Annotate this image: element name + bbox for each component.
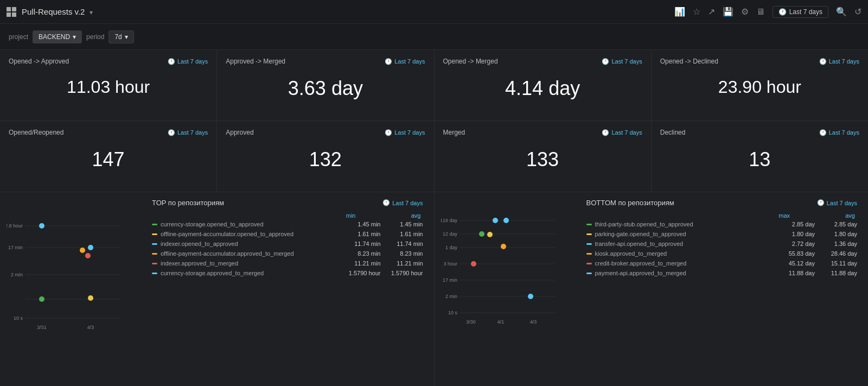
svg-text:2.8 hour: 2.8 hour [7,223,23,229]
row-label: third-party-stub.opened_to_approved [595,221,777,227]
refresh-icon[interactable]: ↺ [854,7,861,17]
share-icon[interactable]: ↗ [708,7,715,17]
bottom-time-label: Last 7 days [827,200,857,206]
svg-point-36 [479,231,484,237]
col-avg-bottom: avg [817,212,855,219]
svg-text:3/31: 3/31 [37,325,47,330]
row-val-2: 1.36 day [819,241,857,247]
top-chart-svg: 2.8 hour 17 min 2 min 10 s 3/31 4/3 [7,215,126,334]
row-val-2: 11.88 day [819,270,857,276]
grid-icon[interactable] [7,7,16,17]
table-row: credit-broker.approved_to_merged 45.12 d… [586,260,858,267]
app-title-arrow[interactable]: ▾ [90,9,93,16]
project-filter-btn[interactable]: BACKEND ▾ [33,30,82,43]
nav-right: 📊 ☆ ↗ 💾 ⚙ 🖥 🕐 Last 7 days 🔍 ↺ [674,6,861,18]
row-values: 11.74 min 11.74 min [343,241,423,247]
stat-card: Opened -> Approved 🕐 Last 7 days 11.03 h… [0,50,216,121]
row-values: 1.5790 hour 1.5790 hour [343,270,423,276]
row-val-2: 1.5790 hour [385,270,423,276]
svg-point-13 [80,248,85,253]
row-values: 11.88 day 11.88 day [777,270,857,276]
period-filter-btn[interactable]: 7d ▾ [108,30,133,43]
row-values: 55.83 day 28.46 day [777,250,857,257]
row-label: indexer.opened_to_approved [161,241,343,247]
row-val-1: 11.74 min [343,241,381,247]
star-icon[interactable]: ☆ [693,7,700,17]
search-icon[interactable]: 🔍 [836,7,847,17]
row-color-indicator [152,243,157,245]
chart-add-icon[interactable]: 📊 [674,7,685,17]
app-title-text: Pull-Requests v.2 [22,7,85,16]
bottom-table-cols: max avg [586,212,858,219]
row-val-1: 55.83 day [777,250,815,257]
filter-bar: project BACKEND ▾ period 7d ▾ [0,24,868,50]
row-label: offline-payment-accumulator.approved_to_… [161,250,343,257]
top-panel: 2.8 hour 17 min 2 min 10 s 3/31 4/3 TOP … [0,192,434,386]
table-row: kiosk.approved_to_merged 55.83 day 28.46… [586,250,858,257]
row-val-2: 11.21 min [385,260,423,267]
nav-left: Pull-Requests v.2 ▾ [7,7,93,17]
row-val-2: 15.11 day [819,260,857,267]
row-color-indicator [586,224,592,225]
monitor-icon[interactable]: 🖥 [756,7,765,17]
row-color-indicator [152,263,157,264]
stat-card-title: Opened -> Merged [443,58,498,65]
row-color-indicator [152,253,157,255]
time-badge-label: Last 7 days [789,8,822,16]
stat-clock-icon: 🕐 [602,129,609,136]
bottom-table-time: 🕐 Last 7 days [817,199,857,206]
save-icon[interactable]: 💾 [723,7,733,17]
settings-icon[interactable]: ⚙ [741,7,749,17]
top-table-header: TOP по репозиториям 🕐 Last 7 days [152,199,423,207]
row-color-indicator [586,253,592,255]
stat-card-title: Approved [226,129,253,136]
row-val-1: 11.88 day [777,270,815,276]
row-color-indicator [586,233,592,235]
row-color-indicator [586,243,592,245]
stat-card: Opened/Reopened 🕐 Last 7 days 147 [0,121,216,192]
svg-point-34 [493,218,498,223]
svg-text:1 day: 1 day [445,245,457,250]
stat-card-time: 🕐 Last 7 days [819,58,859,65]
time-badge[interactable]: 🕐 Last 7 days [773,6,828,18]
stat-card-header: Opened -> Approved 🕐 Last 7 days [9,58,208,65]
stat-card-header: Opened -> Declined 🕐 Last 7 days [660,58,859,65]
bottom-panel: 116 day 12 day 1 day 3 hour 17 min 2 min… [435,192,869,386]
top-chart-area: 2.8 hour 17 min 2 min 10 s 3/31 4/3 [7,199,148,380]
stats-row-2: Opened/Reopened 🕐 Last 7 days 147 Approv… [0,121,868,192]
stat-card-header: Declined 🕐 Last 7 days [660,129,859,136]
stat-clock-icon: 🕐 [168,58,175,65]
svg-text:116 day: 116 day [441,218,457,223]
svg-point-14 [85,253,91,258]
stat-card: Opened -> Declined 🕐 Last 7 days 23.90 h… [652,50,868,121]
stat-clock-icon: 🕐 [385,58,392,65]
row-label: payment-api.approved_to_merged [595,270,777,276]
svg-text:3 hour: 3 hour [443,261,457,267]
stat-card-header: Merged 🕐 Last 7 days [443,129,642,136]
row-val-1: 8.23 min [343,250,381,257]
row-val-1: 1.61 min [343,231,381,237]
stat-card-header: Approved -> Merged 🕐 Last 7 days [226,58,425,65]
top-time-label: Last 7 days [392,200,423,206]
row-color-indicator [586,273,592,274]
col-min: min [318,212,356,219]
stat-card-value: 23.90 hour [660,72,859,97]
row-color-indicator [152,224,157,225]
stat-card-header: Opened -> Merged 🕐 Last 7 days [443,58,642,65]
stat-clock-icon: 🕐 [819,58,827,65]
stat-card-time: 🕐 Last 7 days [819,129,859,136]
row-values: 1.80 day 1.80 day [777,231,857,237]
row-val-2: 1.61 min [385,231,423,237]
row-color-indicator [586,263,592,264]
top-table-area: TOP по репозиториям 🕐 Last 7 days min av… [148,199,427,380]
row-val-2: 1.45 min [385,221,423,227]
row-values: 1.61 min 1.61 min [343,231,423,237]
row-color-indicator [152,273,157,274]
row-values: 2.72 day 1.36 day [777,241,857,247]
row-values: 11.21 min 11.21 min [343,260,423,267]
row-val-1: 1.45 min [343,221,381,227]
svg-point-39 [471,261,476,267]
bottom-table-rows: third-party-stub.opened_to_approved 2.85… [586,221,858,276]
stat-card-value: 133 [443,143,642,171]
app-title: Pull-Requests v.2 ▾ [22,7,93,16]
